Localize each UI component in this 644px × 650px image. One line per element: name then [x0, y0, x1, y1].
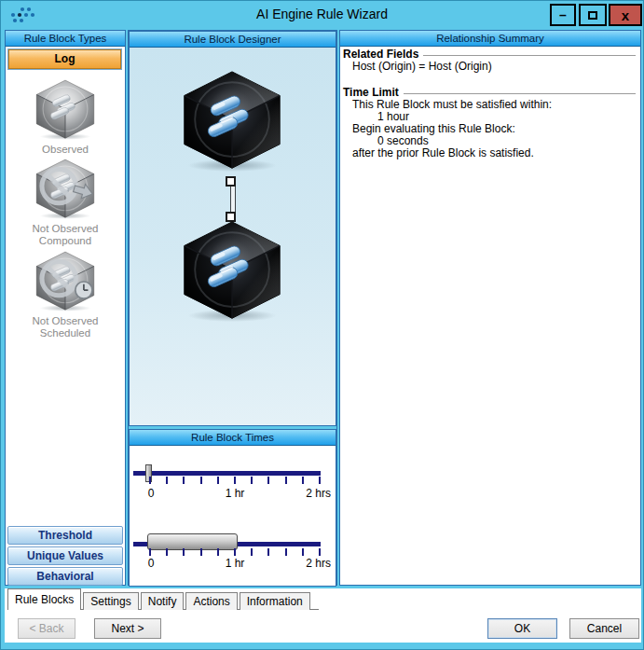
rule-block-cube-2[interactable] [177, 220, 287, 323]
rule-block-times-panel: Rule Block Times 0 1 hr 2 hrs 0 1 hr 2 h… [129, 429, 336, 587]
close-icon: x [622, 7, 629, 23]
connector-handle-top[interactable] [226, 176, 236, 187]
rule-block-times-header: Rule Block Times [130, 430, 336, 446]
designer-canvas[interactable] [130, 48, 336, 425]
evaluation-slider-ticks [149, 548, 321, 556]
footer: Rule Blocks Settings Notify Actions Info… [5, 588, 641, 643]
relationship-summary-header: Relationship Summary [340, 31, 640, 47]
tab-settings[interactable]: Settings [83, 592, 138, 610]
titlebar: AI Engine Rule Wizard – x [1, 1, 643, 27]
time-limit-slider-ticks [149, 477, 321, 484]
rule-block-designer-panel: Rule Block Designer [129, 31, 336, 426]
unique-values-category-button[interactable]: Unique Values [7, 546, 123, 565]
tab-strip: Rule Blocks Settings Notify Actions Info… [7, 588, 312, 610]
threshold-category-button[interactable]: Threshold [7, 526, 123, 545]
section-gap [343, 73, 637, 87]
wizard-window: AI Engine Rule Wizard – x Rule Block Typ… [0, 0, 644, 650]
tab-information[interactable]: Information [240, 592, 310, 610]
rule-block-types-panel: Rule Block Types Log Observed Not Observ… [5, 30, 126, 586]
designer-column: Rule Block Designer Rule Block Times 0 1… [128, 30, 337, 586]
section-rule-line [404, 93, 636, 94]
minimize-icon: – [559, 7, 567, 22]
tab-notify[interactable]: Notify [141, 592, 185, 610]
not-observed-compound-icon [33, 159, 98, 220]
tick-label: 1 hr [216, 557, 253, 570]
behavioral-category-button[interactable]: Behavioral [7, 567, 123, 586]
tab-actions[interactable]: Actions [185, 592, 237, 610]
type-label: Observed [6, 144, 125, 156]
observed-cube-icon [33, 79, 98, 141]
tab-rule-blocks[interactable]: Rule Blocks [7, 588, 81, 610]
tick-label: 2 hrs [301, 557, 331, 570]
tick-label: 1 hr [216, 487, 253, 500]
back-button[interactable]: < Back [18, 618, 75, 639]
tick-label: 0 [142, 487, 160, 500]
close-button[interactable]: x [609, 4, 642, 26]
tick-label: 0 [142, 557, 160, 570]
summary-line: Host (Origin) = Host (Origin) [343, 61, 637, 73]
rule-block-designer-header: Rule Block Designer [130, 32, 336, 48]
maximize-icon [588, 11, 597, 20]
next-button[interactable]: Next > [94, 618, 161, 639]
section-rule-line [423, 55, 636, 56]
minimize-button[interactable]: – [550, 4, 576, 26]
not-observed-scheduled-icon [33, 251, 98, 312]
log-type-button[interactable]: Log [8, 49, 121, 69]
time-limit-slider-track[interactable] [133, 471, 321, 476]
maximize-button[interactable] [579, 4, 607, 26]
relationship-summary-panel: Relationship Summary Related Fields Host… [339, 30, 641, 586]
type-label: Not Observed Compound [6, 223, 125, 247]
cancel-button[interactable]: Cancel [569, 618, 639, 639]
type-item-not-observed-compound[interactable]: Not Observed Compound [6, 159, 125, 247]
summary-content: Related Fields Host (Origin) = Host (Ori… [340, 47, 640, 159]
tick-label: 2 hrs [301, 487, 331, 500]
ok-button[interactable]: OK [487, 618, 557, 639]
type-item-not-observed-scheduled[interactable]: Not Observed Scheduled [6, 251, 125, 339]
summary-line: after the prior Rule Block is satisfied. [343, 147, 637, 159]
times-area: 0 1 hr 2 hrs 0 1 hr 2 hrs [130, 446, 336, 586]
rule-block-types-header: Rule Block Types [6, 31, 125, 47]
block-connector-line [230, 184, 236, 215]
type-label: Not Observed Scheduled [6, 315, 125, 339]
rule-block-cube-1[interactable] [177, 70, 287, 173]
type-item-observed[interactable]: Observed [6, 79, 125, 156]
window-title: AI Engine Rule Wizard [1, 7, 643, 21]
